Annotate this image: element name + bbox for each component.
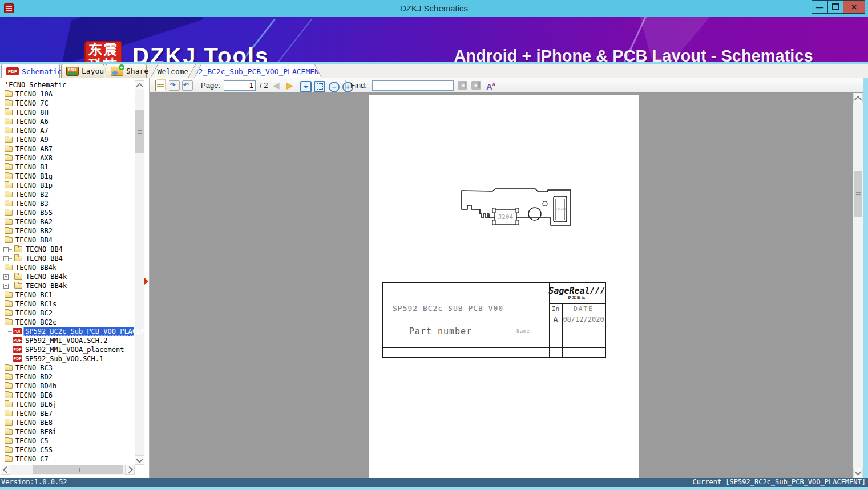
tree-item-pdf[interactable]: PDFSP592_Sub_VOO.SCH.1 xyxy=(0,354,135,363)
tree-item[interactable]: TECNO B1p xyxy=(0,181,135,190)
tree-item[interactable]: TECNO A7 xyxy=(0,126,135,135)
tree-item[interactable]: TECNO C5S xyxy=(0,446,135,455)
tree-item[interactable]: TECNO BE6j xyxy=(0,400,135,409)
find-input[interactable] xyxy=(372,80,454,91)
tree-item-pdf[interactable]: PDFSP592_MMI_VOOA_placement xyxy=(0,345,135,354)
pcb-placement-drawing: J204 J1603 xyxy=(451,184,582,233)
tab-document-active[interactable]: SP592_BC2c_Sub_PCB_VOO_PLACEMENT ✕ xyxy=(195,64,321,78)
scroll-down-button[interactable] xyxy=(853,468,863,477)
find-previous-button[interactable]: ◀ xyxy=(458,81,467,90)
scroll-up-button[interactable] xyxy=(135,80,144,90)
tree-vertical-scrollbar[interactable] xyxy=(135,80,144,465)
page-label: Page: xyxy=(201,81,220,90)
scroll-up-button[interactable] xyxy=(853,94,863,103)
tree-item[interactable]: TECNO B3 xyxy=(0,199,135,208)
tree-item[interactable]: TECNO BC3 xyxy=(0,363,135,372)
tab-welcome[interactable]: Welcome xyxy=(151,64,195,78)
tab-share[interactable]: Share xyxy=(106,64,147,78)
tree-item[interactable]: 'ECNO Schematic xyxy=(0,80,135,90)
expand-plus-icon[interactable]: + xyxy=(3,247,9,252)
tree-item[interactable]: TECNO 8H xyxy=(0,108,135,117)
tab-label: Schematic xyxy=(22,67,62,76)
close-button[interactable]: ✕ xyxy=(843,0,865,14)
mounting-hole xyxy=(543,201,547,206)
scrollbar-thumb[interactable] xyxy=(33,465,123,474)
rotate-clockwise-icon[interactable]: ↷ xyxy=(169,80,180,91)
pdf-viewer[interactable]: J204 J1603 SP592 BC2c SUB PCB V00 SageRe… xyxy=(150,93,853,478)
tree-item[interactable]: TECNO B2 xyxy=(0,190,135,199)
tree-item[interactable]: TECNO BE8 xyxy=(0,418,135,427)
scrollbar-thumb[interactable] xyxy=(135,110,144,153)
tree-item[interactable]: +TECNO BB4 xyxy=(0,254,135,263)
usb-lug xyxy=(492,220,495,225)
tree-item-pdf[interactable]: PDFSP592_MMI_VOOA.SCH.2 xyxy=(0,336,135,345)
tree-item[interactable]: TECNO BD2 xyxy=(0,372,135,382)
scrollbar-thumb[interactable] xyxy=(854,171,862,217)
tree-item[interactable]: +TECNO BB4k xyxy=(0,272,135,281)
tree-item[interactable]: +TECNO BB4k xyxy=(0,281,135,290)
fit-width-button[interactable]: ◂▸ xyxy=(300,81,312,92)
rotate-counterclockwise-icon[interactable]: ↶ xyxy=(182,80,193,91)
viewer-vertical-scrollbar[interactable] xyxy=(853,93,863,478)
tree-item[interactable]: TECNO AB7 xyxy=(0,144,135,153)
folder-icon xyxy=(5,411,13,416)
tree-item[interactable]: TECNO B5S xyxy=(0,208,135,217)
folder-icon xyxy=(5,201,13,206)
tree-item[interactable]: TECNO 10A xyxy=(0,90,135,99)
page-total-label: / 2 xyxy=(260,81,268,90)
tree-item[interactable]: TECNO 7C xyxy=(0,99,135,108)
next-page-button[interactable]: ▶ xyxy=(286,78,293,92)
find-next-button[interactable]: ▶ xyxy=(471,81,481,90)
tree-item-label: TECNO BC1s xyxy=(15,299,56,309)
panel-splitter-arrow[interactable] xyxy=(144,278,148,285)
tree-item[interactable]: TECNO BC1s xyxy=(0,299,135,309)
tree-item-label: TECNO BE7 xyxy=(15,409,53,418)
folder-icon xyxy=(14,256,22,261)
scroll-left-button[interactable] xyxy=(1,465,10,475)
tree-item[interactable]: TECNO BC1 xyxy=(0,290,135,299)
tree-item[interactable]: TECNO A6 xyxy=(0,117,135,126)
tree-item[interactable]: TECNO A9 xyxy=(0,135,135,144)
tree-item[interactable]: TECNO BA2 xyxy=(0,217,135,226)
previous-page-button[interactable]: ◀ xyxy=(273,78,280,92)
tree-item[interactable]: TECNO BB4 xyxy=(0,236,135,245)
tree-item[interactable]: TECNO BC2 xyxy=(0,309,135,318)
folder-icon xyxy=(5,365,13,371)
fit-page-button[interactable] xyxy=(314,81,325,92)
tree-horizontal-scrollbar[interactable] xyxy=(1,465,135,475)
scroll-down-button[interactable] xyxy=(135,455,144,465)
tree-item-label: TECNO A9 xyxy=(15,135,49,144)
tree-item-pdf[interactable]: PDFSP592_BC2c_Sub_PCB_VOO_PLACEMENT xyxy=(0,327,135,336)
tree-item[interactable]: TECNO BB4k xyxy=(0,263,135,272)
expand-plus-icon[interactable]: + xyxy=(3,274,9,280)
tree-item[interactable]: TECNO BC2c xyxy=(0,318,135,327)
tree-item[interactable]: TECNO BE6 xyxy=(0,391,135,400)
tab-schematic[interactable]: PDF Schematic xyxy=(1,64,60,78)
expand-plus-icon[interactable]: + xyxy=(3,284,9,289)
tree-item[interactable]: TECNO BB2 xyxy=(0,226,135,236)
folder-icon xyxy=(5,100,13,106)
tree-item[interactable]: TECNO BE7 xyxy=(0,409,135,418)
page-number-input[interactable] xyxy=(224,80,256,91)
match-case-button[interactable]: Aa xyxy=(486,78,495,94)
tree-item[interactable]: TECNO C5 xyxy=(0,436,135,446)
tree-item[interactable]: TECNO B1 xyxy=(0,163,135,172)
grip-icon xyxy=(78,468,78,472)
minimize-button[interactable]: — xyxy=(812,0,828,14)
maximize-button[interactable] xyxy=(827,0,843,14)
grip-icon xyxy=(138,132,142,132)
tree-item[interactable]: TECNO B1g xyxy=(0,172,135,181)
logo-subtext: 萨基瑞尔 xyxy=(568,296,586,299)
tab-layout[interactable]: PADS Layout xyxy=(61,64,104,78)
scroll-right-button[interactable] xyxy=(125,465,135,475)
tree-item[interactable]: TECNO BE8i xyxy=(0,427,135,436)
zoom-out-button[interactable]: − xyxy=(329,82,340,92)
tree-item-label: TECNO BB4k xyxy=(26,281,67,290)
tree-item[interactable]: TECNO C7 xyxy=(0,455,135,464)
new-document-icon[interactable] xyxy=(155,80,165,91)
tree-item[interactable]: TECNO BD4h xyxy=(0,382,135,391)
expand-plus-icon[interactable]: + xyxy=(3,256,9,261)
tree-item[interactable]: +TECNO BB4 xyxy=(0,245,135,254)
tree-item[interactable]: TECNO AX8 xyxy=(0,153,135,163)
pads-icon: PADS xyxy=(66,67,79,76)
